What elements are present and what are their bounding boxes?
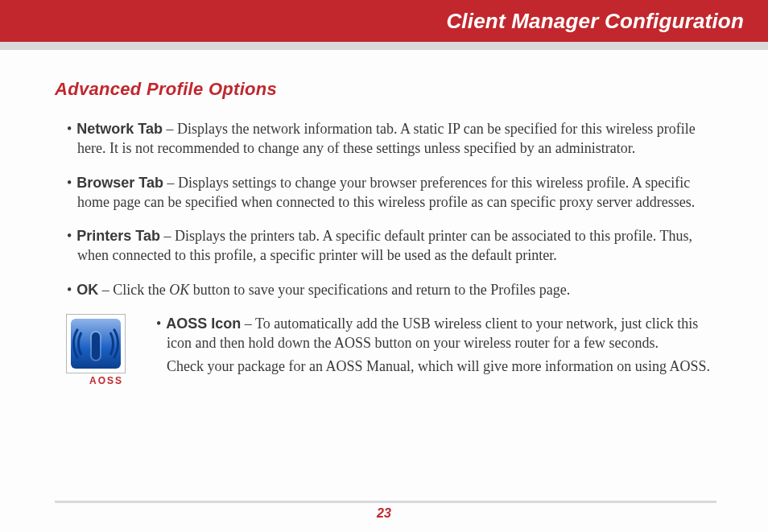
bullet-marker: • [67, 175, 76, 191]
bullet-marker: • [67, 228, 76, 244]
footer-divider [55, 501, 716, 503]
aoss-icon-wrapper: AOSS [66, 314, 147, 386]
bullet-list: •Network Tab – Displays the network info… [55, 119, 716, 299]
page-number: 23 [0, 506, 768, 521]
aoss-main-line: •AOSS Icon – To automatically add the US… [147, 314, 716, 353]
bullet-marker: • [156, 315, 166, 332]
page-title: Client Manager Configuration [446, 9, 744, 34]
content-area: Advanced Profile Options •Network Tab – … [0, 50, 768, 386]
bullet-marker: • [67, 121, 76, 137]
bullet-body: – Displays the printers tab. A specific … [77, 228, 692, 263]
section-heading: Advanced Profile Options [55, 79, 716, 100]
bullet-marker: • [67, 282, 76, 298]
aoss-icon [66, 314, 126, 373]
aoss-caption: AOSS [66, 375, 147, 386]
aoss-text: •AOSS Icon – To automatically add the US… [147, 314, 716, 376]
header-subband [0, 42, 768, 50]
aoss-followup: Check your package for an AOSS Manual, w… [147, 357, 716, 376]
header-band: Client Manager Configuration [0, 0, 768, 42]
bullet-term: Printers Tab [76, 228, 160, 244]
bullet-term: Browser Tab [76, 175, 163, 191]
bullet-term: Network Tab [76, 121, 163, 137]
bullet-body: – Displays the network information tab. … [77, 121, 696, 156]
aoss-body: – To automatically add the USB wireless … [167, 315, 698, 351]
bullet-browser: •Browser Tab – Displays settings to chan… [55, 173, 716, 212]
bullet-term: OK [76, 282, 98, 298]
aoss-row: AOSS •AOSS Icon – To automatically add t… [55, 314, 716, 386]
bullet-ok: •OK – Click the OK button to save your s… [55, 280, 716, 299]
bullet-tail: button to save your specifications and r… [189, 282, 570, 298]
footer: 23 [0, 501, 768, 521]
bullet-network: •Network Tab – Displays the network info… [55, 119, 716, 159]
bullet-lead: – Click the [98, 282, 169, 298]
bullet-printers: •Printers Tab – Displays the printers ta… [55, 226, 716, 266]
bullet-em: OK [169, 282, 189, 298]
aoss-term: AOSS Icon [166, 315, 241, 332]
bullet-body: – Displays settings to change your brows… [77, 175, 695, 210]
